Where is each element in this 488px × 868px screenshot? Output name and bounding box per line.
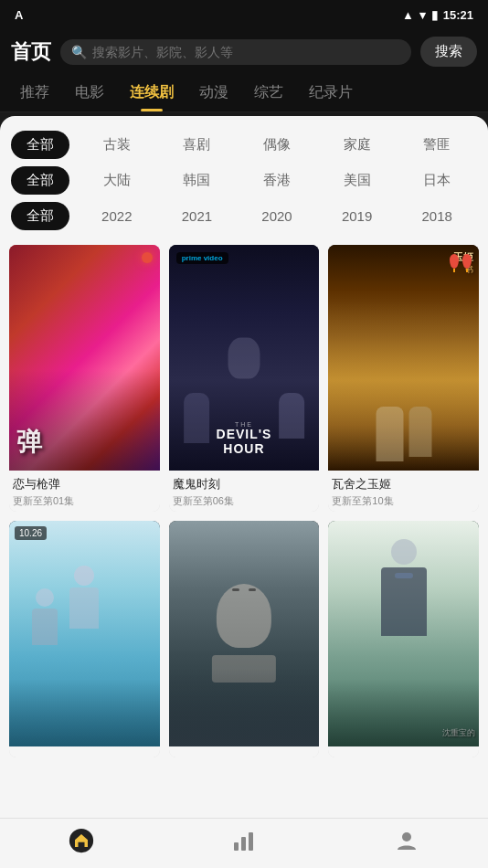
movie-poster-5 — [169, 521, 320, 746]
filter-row-genre: 全部 古装 喜剧 偶像 家庭 警匪 — [0, 127, 488, 163]
tab-recommend[interactable]: 推荐 — [7, 74, 62, 111]
main-content: 全部 古装 喜剧 偶像 家庭 警匪 全部 大陆 韩国 香港 美国 日本 全部 2… — [0, 116, 488, 842]
movie-poster-3: 玉姬 书 — [328, 245, 479, 471]
search-input[interactable] — [92, 45, 400, 59]
tab-documentary[interactable]: 纪录片 — [296, 74, 366, 111]
filter-japan[interactable]: 日本 — [418, 168, 456, 193]
bottom-nav — [0, 818, 488, 868]
devils-hour-title: THE DEVIL'S HOUR — [217, 421, 272, 456]
filter-mainland[interactable]: 大陆 — [98, 168, 136, 193]
filter-idol[interactable]: 偶像 — [258, 132, 296, 157]
app-title: 首页 — [11, 38, 51, 66]
chart-icon-container — [231, 828, 257, 853]
filter-genre-items: 古装 喜剧 偶像 家庭 警匪 — [77, 132, 477, 157]
home-icon-container — [69, 828, 94, 853]
svg-rect-4 — [249, 832, 253, 851]
home-icon — [69, 826, 94, 855]
movie-poster-6: 沈重宝的 — [328, 521, 479, 746]
filter-hongkong[interactable]: 香港 — [258, 168, 296, 193]
filter-2021[interactable]: 2021 — [176, 205, 217, 228]
movie-card-5[interactable] — [169, 521, 320, 757]
filter-comedy[interactable]: 喜剧 — [177, 132, 216, 157]
filter-row-year: 全部 2022 2021 2020 2019 2018 — [0, 198, 488, 234]
time: 15:21 — [443, 8, 473, 22]
movie-info-1: 恋与枪弹 更新至第01集 — [9, 471, 160, 512]
svg-point-5 — [402, 832, 411, 842]
movie-card-3[interactable]: 玉姬 书 瓦舍之玉姬 更新至第10集 — [328, 245, 479, 512]
movie-card-4[interactable]: 10.26 — [9, 521, 160, 757]
battery-icon: ▮ — [431, 8, 438, 22]
tab-movie[interactable]: 电影 — [62, 74, 117, 111]
tab-anime[interactable]: 动漫 — [186, 74, 241, 111]
search-icon: 🔍 — [71, 45, 87, 59]
profile-icon-container — [394, 828, 419, 853]
filter-genre-all[interactable]: 全部 — [11, 131, 69, 159]
movie-card-1[interactable]: 弹 恋与枪弹 更新至第01集 — [9, 245, 160, 512]
filter-row-region: 全部 大陆 韩国 香港 美国 日本 — [0, 163, 488, 198]
filter-family[interactable]: 家庭 — [338, 132, 377, 157]
movie-info-5 — [169, 746, 320, 757]
status-bar: A ▲ ▾ ▮ 15:21 — [0, 0, 488, 29]
movie-poster-1: 弹 — [9, 245, 160, 471]
movie-card-6[interactable]: 沈重宝的 — [328, 521, 479, 757]
movie-title-2: 魔鬼时刻 — [173, 476, 316, 492]
filter-2022[interactable]: 2022 — [96, 205, 137, 228]
movie-title-3: 瓦舍之玉姬 — [332, 476, 475, 492]
movie-poster-2: prime video THE DEVIL'S HOUR — [169, 245, 320, 471]
svg-rect-2 — [234, 842, 239, 851]
wifi-icon: ▾ — [419, 8, 426, 22]
signal-icon: ▲ — [402, 8, 414, 22]
status-right: ▲ ▾ ▮ 15:21 — [402, 8, 473, 22]
bottom-nav-home[interactable] — [69, 828, 94, 853]
filter-year-all[interactable]: 全部 — [11, 202, 69, 230]
filter-usa[interactable]: 美国 — [338, 168, 377, 193]
filter-region-items: 大陆 韩国 香港 美国 日本 — [77, 168, 477, 193]
bottom-nav-chart[interactable] — [231, 828, 257, 853]
content-grid: 弹 恋与枪弹 更新至第01集 prime video — [0, 234, 488, 757]
chart-icon — [231, 828, 257, 853]
filter-year-items: 2022 2021 2020 2019 2018 — [77, 205, 477, 228]
svg-rect-3 — [241, 837, 246, 851]
filter-korea[interactable]: 韩国 — [177, 168, 216, 193]
tab-series[interactable]: 连续剧 — [117, 74, 186, 111]
prime-badge: prime video — [176, 252, 228, 264]
filter-2019[interactable]: 2019 — [336, 205, 377, 228]
search-button[interactable]: 搜索 — [420, 37, 477, 67]
filter-2020[interactable]: 2020 — [256, 205, 297, 228]
search-bar: 🔍 — [60, 39, 411, 65]
movie-info-3: 瓦舍之玉姬 更新至第10集 — [328, 471, 479, 512]
movie-subtitle-3: 更新至第10集 — [332, 494, 475, 508]
movie-card-2[interactable]: prime video THE DEVIL'S HOUR — [169, 245, 320, 512]
filter-guzhuan[interactable]: 古装 — [98, 132, 136, 157]
movie-title-1: 恋与枪弹 — [13, 476, 156, 492]
tab-variety[interactable]: 综艺 — [241, 74, 296, 111]
movie-subtitle-2: 更新至第06集 — [173, 494, 316, 508]
movie-info-4 — [9, 746, 160, 757]
nav-tabs: 推荐 电影 连续剧 动漫 综艺 纪录片 — [0, 74, 488, 112]
poster-date-badge-4: 10.26 — [15, 526, 47, 540]
profile-icon — [394, 828, 419, 853]
filter-2018[interactable]: 2018 — [416, 205, 457, 228]
bottom-nav-profile[interactable] — [394, 828, 419, 853]
app-icon: A — [15, 8, 23, 22]
movie-poster-4: 10.26 — [9, 521, 160, 746]
filter-region-all[interactable]: 全部 — [11, 166, 69, 195]
movie-subtitle-1: 更新至第01集 — [13, 494, 156, 508]
header: 首页 🔍 搜索 — [0, 29, 488, 74]
lanterns — [450, 254, 472, 269]
movie-info-2: 魔鬼时刻 更新至第06集 — [169, 471, 320, 512]
movie-info-6 — [328, 746, 479, 757]
filter-police[interactable]: 警匪 — [418, 132, 456, 157]
